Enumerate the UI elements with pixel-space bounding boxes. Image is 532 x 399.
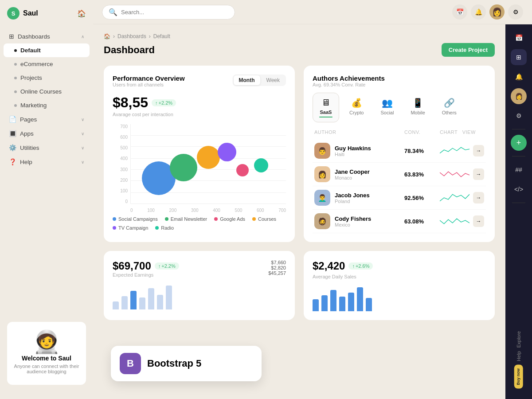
sidebar-item-projects[interactable]: Projects <box>4 71 90 85</box>
rs-code-icon[interactable]: </> <box>511 181 527 197</box>
sidebar-item-pages[interactable]: 📄 Pages ∨ <box>4 112 90 126</box>
sidebar-item-help[interactable]: ❓ Help ∨ <box>4 155 90 169</box>
view-btn-jacob[interactable]: → <box>473 192 484 203</box>
bootstrap-badge: B Bootstrap 5 <box>111 346 262 381</box>
author-info-cody: 🧔 Cody Fishers Mexico <box>314 213 404 229</box>
astronaut-image: 🧑‍🚀 <box>12 329 81 355</box>
legend-social: Social Campaigns <box>113 216 158 222</box>
bubble-courses <box>197 146 220 169</box>
back-icon[interactable]: 🏠 <box>77 9 86 18</box>
rs-buy-btn[interactable]: Buy now <box>514 365 523 389</box>
author-chart-guy: → <box>440 145 484 156</box>
content-main: 🏠 › Dashboards › Default Dashboard Creat… <box>93 24 505 399</box>
chevron-icon: ∨ <box>81 145 84 150</box>
sidebar-item-apps[interactable]: 🔳 Apps ∨ <box>4 126 90 141</box>
search-icon: 🔍 <box>109 8 117 16</box>
legend-radio: Radio <box>155 225 174 231</box>
author-conv-cody: 63.08% <box>404 218 440 225</box>
legend-tv: TV Campaign <box>113 225 148 231</box>
rs-bell-icon[interactable]: 🔔 <box>511 69 527 85</box>
sidebar-label-apps: Apps <box>20 130 78 137</box>
sidebar-item-utilities[interactable]: ⚙️ Utilities ∨ <box>4 141 90 155</box>
mini-chart-jacob <box>440 192 469 203</box>
sidebar-item-ecommerce[interactable]: eCommerce <box>4 57 90 71</box>
sidebar-label-help: Help <box>20 159 78 165</box>
avatar-guy: 👨 <box>314 143 330 159</box>
big-stat: $8,55 ↑ +2.2% <box>113 94 286 111</box>
sidebar-label-dashboards: Dashboards <box>18 33 78 40</box>
rs-grid-icon[interactable]: ⊞ <box>511 49 527 65</box>
tab-crypto[interactable]: 💰 Crypto <box>343 93 370 122</box>
nav-dot <box>14 104 17 107</box>
author-conv-jane: 63.83% <box>404 171 440 178</box>
daily-sales-bar-chart <box>313 285 486 311</box>
settings-icon-btn[interactable]: ⚙ <box>508 4 523 20</box>
avatar-cody: 🧔 <box>314 213 330 229</box>
author-row-jane: 👩 Jane Cooper Monaco 63.83% → <box>313 163 486 186</box>
tab-mobile[interactable]: 📱 Mobile <box>404 93 431 122</box>
view-btn-jane[interactable]: → <box>473 168 484 180</box>
tab-social[interactable]: 👥 Social <box>374 93 400 122</box>
chevron-icon: ∨ <box>81 117 84 122</box>
bottom-cards: $69,700 ↑ +2.2% Expected Earnings $7,660… <box>104 251 495 320</box>
social-tab-label: Social <box>380 110 394 115</box>
saas-tab-label: SaaS <box>320 110 332 115</box>
legend-label-google: Google Ads <box>220 216 245 222</box>
author-chart-jacob: → <box>440 192 484 203</box>
chart-y-labels: 7006005004003002001000 <box>113 124 130 204</box>
sidebar-label-pages: Pages <box>20 116 78 123</box>
tab-saas[interactable]: 🖥 SaaS <box>313 93 339 122</box>
view-btn-guy[interactable]: → <box>473 145 484 156</box>
daily-sales-card: $2,420 ↑ +2.6% Average Daily Sales <box>304 251 495 320</box>
bubble-radio <box>254 158 268 172</box>
rs-settings-icon[interactable]: ⚙ <box>511 108 527 124</box>
rs-hash-icon[interactable]: ## <box>511 162 527 178</box>
author-chart-cody: → <box>440 215 484 227</box>
toggle-week-btn[interactable]: Week <box>261 75 285 85</box>
author-row-jacob: 👨‍🦱 Jacob Jones Poland 92.56% → <box>313 186 486 210</box>
notifications-icon-btn[interactable]: 🔔 <box>471 4 486 20</box>
sidebar-item-default[interactable]: Default <box>4 43 90 57</box>
sidebar-label-utilities: Utilities <box>20 145 78 151</box>
toggle-month-btn[interactable]: Month <box>234 75 260 85</box>
create-project-button[interactable]: Create Project <box>442 43 495 57</box>
mini-chart-jane <box>440 169 469 180</box>
col-conv: CONV. <box>404 129 440 135</box>
search-box[interactable]: 🔍 <box>102 5 235 20</box>
daily-sales-label: Average Daily Sales <box>313 274 486 279</box>
chart-x-labels: 0100200300400500600700 <box>130 208 286 213</box>
legend-email: Email Newsletter <box>165 216 207 222</box>
rs-calendar-icon[interactable]: 📅 <box>511 30 527 46</box>
view-btn-cody[interactable]: → <box>473 215 484 227</box>
legend-google: Google Ads <box>214 216 245 222</box>
rs-explore-text[interactable]: Explore <box>516 331 521 348</box>
sidebar-label-online-courses: Online Courses <box>20 88 84 95</box>
nav-dot <box>14 49 17 52</box>
rs-divider <box>512 129 525 129</box>
breadcrumb-sep2: › <box>149 33 151 39</box>
search-input[interactable] <box>121 9 228 16</box>
mini-chart-guy <box>440 145 469 156</box>
rs-user-avatar[interactable]: 👩 <box>511 88 527 104</box>
rs-add-icon[interactable]: + <box>511 135 527 151</box>
mobile-tab-icon: 📱 <box>412 98 423 108</box>
rs-divider3 <box>512 203 525 203</box>
col-author: AUTHOR <box>314 129 404 135</box>
chart-legend: Social Campaigns Email Newsletter Google… <box>113 216 286 231</box>
breadcrumb-home[interactable]: 🏠 <box>104 33 110 39</box>
breadcrumb-dashboards[interactable]: Dashboards <box>117 33 146 39</box>
sidebar-item-online-courses[interactable]: Online Courses <box>4 85 90 98</box>
rs-help-text[interactable]: Help <box>516 351 521 361</box>
user-avatar[interactable]: 👩 <box>489 4 505 20</box>
tab-others[interactable]: 🔗 Others <box>435 93 463 122</box>
calendar-icon-btn[interactable]: 📅 <box>452 4 467 20</box>
page-header: Dashboard Create Project <box>104 43 495 57</box>
sidebar-item-dashboards[interactable]: ⊞ Dashboards ∧ <box>4 29 90 43</box>
cards-row: Performance Overview Users from all chan… <box>104 66 495 242</box>
sidebar-item-marketing[interactable]: Marketing <box>4 98 90 112</box>
bubble-google <box>236 164 249 176</box>
legend-label-email: Email Newsletter <box>171 216 207 222</box>
crypto-tab-label: Crypto <box>349 110 364 115</box>
daily-sales-value: 2,420 <box>318 260 345 272</box>
welcome-subtitle: Anyone can connect with their audience b… <box>12 364 81 374</box>
